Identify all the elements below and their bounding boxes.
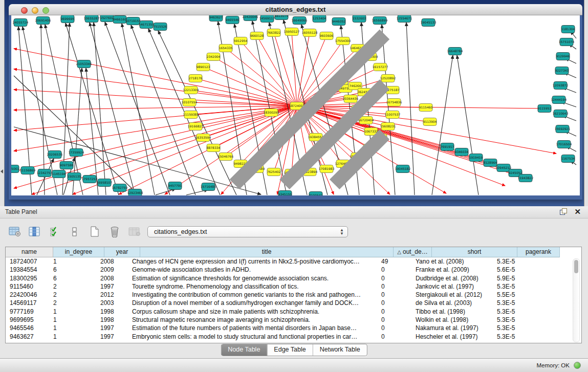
column-header-out_de[interactable]: △out_de… (394, 247, 432, 257)
table-cell: Corpus callosum shape and size in male p… (128, 308, 377, 316)
table-cell: 5.6E-5 (493, 266, 531, 274)
table-cell: 0 (377, 282, 411, 291)
table-cell: 0 (377, 316, 411, 324)
table-cell: Tibbo et al. (1998) (411, 308, 493, 316)
show-columns-button[interactable] (28, 225, 41, 239)
table-cell: 2012 (96, 291, 128, 299)
table-row[interactable]: 2242004622012Investigating the contribut… (6, 291, 581, 299)
table-row[interactable]: 977716911998Corpus callosum shape and si… (6, 308, 581, 316)
table-cell: 0 (377, 324, 411, 332)
column-header-title[interactable]: title (140, 247, 394, 257)
collapse-panel-arrow-icon[interactable] (1, 169, 3, 173)
table-cell: 5.9E-5 (493, 274, 531, 282)
table-cell: 6 (49, 266, 96, 274)
table-cell: 1998 (96, 308, 128, 316)
table-cell: 1997 (96, 282, 128, 291)
table-cell: 1 (49, 316, 96, 324)
table-cell: Yano et al. (2008) (411, 257, 493, 266)
table-cell: 2009 (96, 266, 128, 274)
tab-network-table[interactable]: Network Table (313, 344, 367, 356)
node-table: namein_degreeyeartitle△out_de…shortpager… (5, 247, 582, 343)
network-view-canvas[interactable]: 1872400776638229660128591295416543352342… (11, 15, 580, 195)
table-cell: 5.5E-5 (493, 291, 531, 299)
minimize-window-button[interactable] (32, 7, 38, 14)
table-mode-button[interactable] (8, 225, 21, 239)
zoom-window-button[interactable] (42, 7, 49, 14)
close-window-button[interactable] (21, 7, 28, 14)
sort-ascending-icon: △ (397, 249, 401, 255)
column-header-in_degree[interactable]: in_degree (53, 247, 104, 257)
table-cell: de Silva et al. (2003) (411, 299, 493, 307)
table-cell: Dudbridge et al. (2008) (411, 274, 493, 282)
table-cell: 1998 (96, 316, 128, 324)
table-cell: 9115460 (6, 282, 49, 291)
table-body: 1872400712008Changes of HCN gene express… (6, 257, 581, 341)
window-title: citations_edges.txt (9, 4, 582, 15)
table-select-value: citations_edges.txt (154, 228, 207, 235)
table-cell: 2008 (96, 257, 128, 266)
table-row[interactable]: 969969511998Structural magnetic resonanc… (6, 316, 581, 324)
delete-table-button[interactable] (128, 225, 141, 239)
table-cell: 0 (377, 299, 411, 307)
table-cell: 18724007 (6, 257, 49, 266)
table-select-dropdown[interactable]: citations_edges.txt ▲▼ (147, 226, 348, 237)
table-cell: Estimation of the future numbers of pati… (128, 324, 377, 332)
table-vertical-scrollbar[interactable] (573, 258, 580, 342)
table-cell: Hescheler et al. (1997) (411, 333, 493, 341)
column-header-name[interactable]: name (6, 247, 53, 257)
column-header-short[interactable]: short (432, 247, 517, 257)
tab-edge-table[interactable]: Edge Table (267, 344, 312, 356)
table-cell: 2008 (96, 274, 128, 282)
new-column-button[interactable] (88, 225, 101, 239)
table-cell: 2003 (96, 299, 128, 307)
table-cell: 22420046 (6, 291, 49, 299)
table-cell: 5.3E-5 (493, 282, 531, 291)
network-window-titlebar[interactable]: citations_edges.txt (9, 4, 582, 15)
close-panel-icon[interactable]: ✕ (574, 208, 581, 215)
table-cell: Tourette syndrome. Phenomenology and cla… (128, 282, 377, 291)
network-window[interactable]: citations_edges.txt 18724007766382296601… (9, 4, 582, 200)
right-panel-edge (584, 0, 588, 206)
table-cell: 49 (377, 257, 411, 266)
table-row[interactable]: 1830029562008Estimation of significance … (6, 274, 581, 282)
table-cell: Franke et al. (2009) (411, 266, 493, 274)
table-toolbar: f(x) (8, 223, 161, 240)
status-bar: Memory: OK (0, 358, 588, 372)
table-cell: 5.3E-5 (493, 257, 531, 266)
tab-node-table[interactable]: Node Table (221, 344, 267, 356)
table-cell: 14569117 (6, 299, 49, 307)
table-panel-header: Table Panel ✕ (0, 206, 588, 218)
table-row[interactable]: 946554611997Estimation of the future num… (6, 324, 581, 332)
table-row[interactable]: 911546021997Tourette syndrome. Phenomeno… (6, 282, 581, 291)
table-cell: 0 (377, 333, 411, 341)
memory-status-label: Memory: OK (536, 359, 570, 372)
table-cell: 2 (49, 291, 96, 299)
table-tabs: Node TableEdge TableNetwork Table (221, 344, 367, 356)
table-cell: 1 (49, 333, 96, 341)
table-row[interactable]: 1938455462009Genome-wide association stu… (6, 266, 581, 274)
column-header-year[interactable]: year (104, 247, 140, 257)
scrollbar-thumb[interactable] (574, 260, 578, 273)
table-cell: 5.3E-5 (493, 299, 531, 307)
column-header-pagerank[interactable]: pagerank (517, 247, 560, 257)
table-cell: Nakamura et al. (1997) (411, 324, 493, 332)
select-all-button[interactable] (48, 225, 61, 239)
clear-selection-button[interactable] (68, 225, 81, 239)
table-cell: 9463627 (6, 333, 49, 341)
table-cell: Disruption of a novel member of a sodium… (128, 299, 377, 307)
table-cell: Structural magnetic resonance image aver… (128, 316, 377, 324)
table-row[interactable]: 1456911722003Disruption of a novel membe… (6, 299, 581, 307)
window-resize-grip[interactable] (11, 15, 579, 194)
delete-column-button[interactable] (108, 225, 121, 239)
table-cell: 2 (49, 299, 96, 307)
table-cell: Stergiakouli et al. (2012) (411, 291, 493, 299)
table-panel-body: f(x) citations_edges.txt ▲▼ namein_degre… (0, 218, 588, 358)
table-cell: Wolkin et al. (1998) (411, 316, 493, 324)
memory-status-indicator[interactable] (574, 362, 581, 369)
table-cell: Investigating the contribution of common… (128, 291, 377, 299)
table-row[interactable]: 946362711997Embryonic stem cells: a mode… (6, 333, 581, 341)
table-row[interactable]: 1872400712008Changes of HCN gene express… (6, 257, 581, 266)
table-cell: 18300295 (6, 274, 49, 282)
float-panel-icon[interactable] (560, 208, 567, 215)
table-cell: 0 (377, 266, 411, 274)
